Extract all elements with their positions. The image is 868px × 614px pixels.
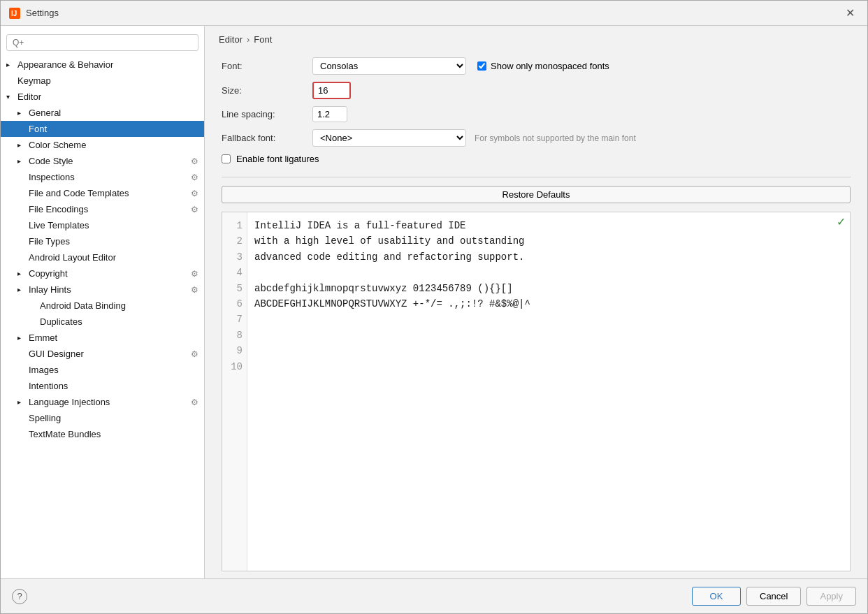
sidebar-item-file-types[interactable]: File Types — [1, 233, 204, 249]
sidebar-item-label: Inspections — [29, 172, 75, 182]
chevron-icon — [6, 93, 15, 101]
sidebar-item-label: File and Code Templates — [29, 188, 129, 198]
settings-icon: ⚙ — [191, 285, 198, 295]
line-number: 7 — [226, 312, 243, 327]
breadcrumb-separator: › — [247, 34, 249, 45]
code-line: with a high level of usability and outst… — [254, 235, 524, 247]
sidebar-item-images[interactable]: Images — [1, 362, 204, 378]
sidebar-item-copyright[interactable]: Copyright⚙ — [1, 265, 204, 282]
chevron-icon — [17, 334, 26, 342]
sidebar-item-label: TextMate Bundles — [29, 429, 101, 439]
sidebar-item-keymap[interactable]: Keymap — [1, 73, 204, 89]
restore-defaults-button[interactable]: Restore Defaults — [222, 186, 851, 203]
sidebar-item-label: Keymap — [17, 75, 51, 86]
action-buttons: OK Cancel Apply — [692, 587, 856, 606]
sidebar-item-intentions[interactable]: Intentions — [1, 378, 204, 394]
divider — [222, 177, 851, 177]
sidebar-item-label: Copyright — [29, 268, 68, 279]
monospace-checkbox[interactable] — [477, 61, 486, 71]
sidebar-item-label: Emmet — [29, 332, 57, 343]
spacing-input[interactable] — [312, 106, 347, 122]
font-row: Font: Consolas Show only monospaced font… — [222, 57, 851, 75]
sidebar-item-label: Language Injections — [29, 397, 110, 407]
sidebar-item-label: Live Templates — [29, 220, 89, 231]
settings-icon: ⚙ — [191, 349, 198, 359]
search-input[interactable] — [6, 34, 198, 51]
chevron-icon — [17, 157, 26, 165]
line-number: 10 — [226, 359, 243, 374]
sidebar-item-textmate-bundles[interactable]: TextMate Bundles — [1, 426, 204, 442]
line-number: 8 — [226, 328, 243, 343]
sidebar-item-gui-designer[interactable]: GUI Designer⚙ — [1, 346, 204, 362]
fallback-select[interactable]: <None> — [312, 129, 466, 147]
sidebar-item-label: Editor — [17, 92, 41, 102]
sidebar-item-label: Font — [29, 124, 47, 134]
sidebar-item-android-layout-editor[interactable]: Android Layout Editor — [1, 249, 204, 265]
sidebar-item-duplicates[interactable]: Duplicates — [1, 314, 204, 330]
settings-icon: ⚙ — [191, 156, 198, 166]
font-select[interactable]: Consolas — [312, 57, 466, 75]
sidebar-item-label: Images — [29, 365, 59, 375]
code-line: abcdefghijklmnopqrstuvwxyz 0123456789 ()… — [254, 283, 513, 294]
sidebar-item-android-data-binding[interactable]: Android Data Binding — [1, 298, 204, 314]
sidebar-item-spelling[interactable]: Spelling — [1, 410, 204, 426]
search-box — [6, 34, 198, 51]
sidebar-item-color-scheme[interactable]: Color Scheme — [1, 137, 204, 153]
code-line: IntelliJ IDEA is a full-featured IDE — [254, 220, 465, 231]
sidebar-item-inlay-hints[interactable]: Inlay Hints⚙ — [1, 282, 204, 298]
sidebar-item-code-style[interactable]: Code Style⚙ — [1, 153, 204, 169]
size-input[interactable] — [312, 82, 351, 99]
sidebar-item-file-encodings[interactable]: File Encodings⚙ — [1, 201, 204, 217]
sidebar-item-label: Android Data Binding — [40, 300, 126, 311]
settings-dialog: IJ Settings ✕ Appearance & BehaviorKeyma… — [0, 0, 868, 614]
sidebar-item-general[interactable]: General — [1, 105, 204, 121]
chevron-icon — [17, 398, 26, 406]
spacing-label: Line spacing: — [222, 109, 312, 119]
line-number: 9 — [226, 343, 243, 358]
sidebar-item-label: Inlay Hints — [29, 284, 71, 295]
line-number: 4 — [226, 265, 243, 280]
sidebar-item-label: Appearance & Behavior — [17, 59, 113, 70]
chevron-icon — [17, 141, 26, 149]
sidebar-item-label: Color Scheme — [29, 140, 86, 150]
sidebar-item-appearance[interactable]: Appearance & Behavior — [1, 57, 204, 73]
sidebar-item-file-code-templates[interactable]: File and Code Templates⚙ — [1, 185, 204, 201]
sidebar-item-live-templates[interactable]: Live Templates — [1, 217, 204, 233]
sidebar-item-editor[interactable]: Editor — [1, 89, 204, 105]
dialog-title: Settings — [26, 8, 59, 18]
settings-icon: ⚙ — [191, 269, 198, 279]
ligatures-row: Enable font ligatures — [222, 154, 851, 164]
close-button[interactable]: ✕ — [841, 5, 859, 21]
sidebar-item-language-injections[interactable]: Language Injections⚙ — [1, 394, 204, 410]
ok-button[interactable]: OK — [692, 587, 741, 606]
code-content: IntelliJ IDEA is a full-featured IDEwith… — [247, 212, 850, 571]
cancel-button[interactable]: Cancel — [746, 587, 801, 606]
sidebar-item-emmet[interactable]: Emmet — [1, 330, 204, 346]
chevron-icon — [17, 270, 26, 277]
title-bar: IJ Settings ✕ — [1, 1, 867, 26]
settings-icon: ⚙ — [191, 173, 198, 182]
help-button[interactable]: ? — [12, 589, 27, 604]
sidebar-item-label: Intentions — [29, 381, 68, 391]
apply-button[interactable]: Apply — [806, 587, 856, 606]
ligatures-checkbox[interactable] — [222, 154, 231, 163]
line-number: 5 — [226, 281, 243, 296]
chevron-icon — [17, 286, 26, 293]
sidebar-item-font[interactable]: Font — [1, 121, 204, 137]
sidebar-item-label: General — [29, 108, 61, 118]
svg-text:IJ: IJ — [11, 10, 17, 17]
main-content: Appearance & BehaviorKeymapEditorGeneral… — [1, 26, 867, 578]
spacing-row: Line spacing: — [222, 106, 851, 122]
monospace-label[interactable]: Show only monospaced fonts — [491, 61, 609, 71]
code-line: ABCDEFGHIJKLMNOPQRSTUVWXYZ +-*/= .,;:!? … — [254, 298, 530, 309]
code-line: advanced code editing and refactoring su… — [254, 251, 524, 263]
sidebar-item-label: Spelling — [29, 413, 61, 423]
font-label: Font: — [222, 61, 312, 71]
line-number: 6 — [226, 296, 243, 312]
sidebar: Appearance & BehaviorKeymapEditorGeneral… — [1, 26, 205, 578]
ligatures-label[interactable]: Enable font ligatures — [236, 154, 319, 164]
sidebar-item-label: Code Style — [29, 156, 73, 166]
sidebar-item-inspections[interactable]: Inspections⚙ — [1, 169, 204, 185]
chevron-icon — [6, 61, 15, 68]
fallback-row: Fallback font: <None> For symbols not su… — [222, 129, 851, 147]
